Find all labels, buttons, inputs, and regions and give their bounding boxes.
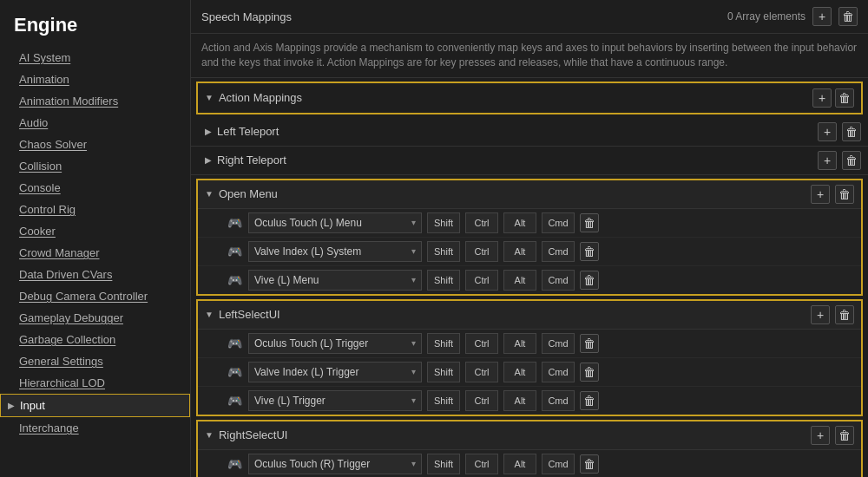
sidebar-item-garbage-collection[interactable]: Garbage Collection <box>0 329 190 350</box>
ctrl-btn-3[interactable]: Ctrl <box>465 333 498 354</box>
shift-btn-5[interactable]: Shift <box>427 390 460 411</box>
open-menu-item-0: 🎮 Oculus Touch (L) Menu ▾ Shift Ctrl Alt… <box>198 209 861 238</box>
open-menu-item-1: 🎮 Valve Index (L) System ▾ Shift Ctrl Al… <box>198 238 861 266</box>
alt-btn-2[interactable]: Alt <box>503 270 536 291</box>
left-teleport-add[interactable]: + <box>818 122 837 141</box>
oculus-touch-r-trigger-select[interactable]: Oculus Touch (R) Trigger ▾ <box>248 454 422 474</box>
valve-index-l-system-select[interactable]: Valve Index (L) System ▾ <box>248 241 422 262</box>
action-mappings-expand[interactable]: ▼ <box>205 93 214 102</box>
item-delete-0[interactable]: 🗑 <box>580 213 599 232</box>
sidebar-item-debug-camera-controller[interactable]: Debug Camera Controller <box>0 285 190 307</box>
alt-btn-3[interactable]: Alt <box>503 333 536 354</box>
vive-l-trigger-select[interactable]: Vive (L) Trigger ▾ <box>248 390 422 411</box>
sidebar-item-gameplay-debugger[interactable]: Gameplay Debugger <box>0 307 190 329</box>
vive-l-menu-select[interactable]: Vive (L) Menu ▾ <box>248 270 422 291</box>
speech-delete-button[interactable]: 🗑 <box>838 7 858 26</box>
left-select-ui-add[interactable]: + <box>811 305 830 324</box>
open-menu-header: ▼ Open Menu + 🗑 <box>198 180 861 209</box>
sidebar-item-collision[interactable]: Collision <box>0 155 190 177</box>
ctrl-btn-5[interactable]: Ctrl <box>465 390 498 411</box>
gamepad-icon-1: 🎮 <box>226 245 243 258</box>
cmd-btn-5[interactable]: Cmd <box>542 390 575 411</box>
shift-btn-2[interactable]: Shift <box>427 270 460 291</box>
sidebar-item-cooker[interactable]: Cooker <box>0 220 190 242</box>
ctrl-btn-1[interactable]: Ctrl <box>465 241 498 262</box>
action-mappings-delete-button[interactable]: 🗑 <box>835 88 854 108</box>
right-select-ui-add[interactable]: + <box>811 426 830 445</box>
sidebar-item-data-driven-cvars[interactable]: Data Driven CVars <box>0 264 190 285</box>
alt-btn-5[interactable]: Alt <box>503 390 536 411</box>
left-teleport-title: Left Teleport <box>217 125 812 138</box>
left-teleport-delete[interactable]: 🗑 <box>842 122 861 141</box>
sidebar-item-chaos-solver[interactable]: Chaos Solver <box>0 134 190 155</box>
sidebar-item-general-settings[interactable]: General Settings <box>0 350 190 372</box>
left-select-ui-item-2: 🎮 Vive (L) Trigger ▾ Shift Ctrl Alt Cmd … <box>198 387 861 415</box>
shift-btn-6[interactable]: Shift <box>427 454 460 474</box>
right-select-ui-delete[interactable]: 🗑 <box>835 426 854 445</box>
cmd-btn-6[interactable]: Cmd <box>542 454 575 474</box>
item-delete-1[interactable]: 🗑 <box>580 242 599 261</box>
cmd-btn-3[interactable]: Cmd <box>542 333 575 354</box>
sidebar-item-hierarchical-lod[interactable]: Hierarchical LOD <box>0 372 190 394</box>
ctrl-btn-6[interactable]: Ctrl <box>465 454 498 474</box>
item-delete-4[interactable]: 🗑 <box>580 363 599 382</box>
sidebar-item-control-rig[interactable]: Control Rig <box>0 199 190 220</box>
speech-add-button[interactable]: + <box>812 7 832 26</box>
gamepad-icon-3: 🎮 <box>226 337 243 350</box>
left-teleport-row: ▶ Left Teleport + 🗑 <box>191 118 868 147</box>
left-select-ui-title: LeftSelectUI <box>219 308 806 321</box>
valve-index-l-trigger-select[interactable]: Valve Index (L) Trigger ▾ <box>248 362 422 382</box>
oculus-touch-l-menu-select[interactable]: Oculus Touch (L) Menu ▾ <box>248 212 422 233</box>
open-menu-add[interactable]: + <box>811 185 830 204</box>
sidebar-item-ai-system[interactable]: AI System <box>0 47 190 69</box>
sidebar-item-crowd-manager[interactable]: Crowd Manager <box>0 242 190 264</box>
right-select-ui-item-0: 🎮 Oculus Touch (R) Trigger ▾ Shift Ctrl … <box>198 450 861 477</box>
right-teleport-add[interactable]: + <box>818 151 837 170</box>
cmd-btn-2[interactable]: Cmd <box>542 270 575 291</box>
item-delete-3[interactable]: 🗑 <box>580 334 599 353</box>
sidebar-item-animation-modifiers[interactable]: Animation Modifiers <box>0 90 190 112</box>
shift-btn-4[interactable]: Shift <box>427 362 460 382</box>
left-select-ui-expand[interactable]: ▼ <box>205 310 214 319</box>
description-text: Action and Axis Mappings provide a mecha… <box>191 34 868 78</box>
right-teleport-title: Right Teleport <box>217 154 812 167</box>
action-mappings-title: Action Mappings <box>219 91 807 104</box>
speech-array-count: 0 Array elements <box>727 10 806 23</box>
open-menu-expand[interactable]: ▼ <box>205 189 214 199</box>
shift-btn-1[interactable]: Shift <box>427 241 460 262</box>
gamepad-icon-2: 🎮 <box>226 273 243 287</box>
action-mappings-header: ▼ Action Mappings + 🗑 <box>196 82 863 114</box>
sidebar-item-audio[interactable]: Audio <box>0 112 190 134</box>
open-menu-group: ▼ Open Menu + 🗑 🎮 Oculus Touch (L) Menu … <box>196 179 863 296</box>
right-teleport-delete[interactable]: 🗑 <box>842 151 861 170</box>
right-select-ui-title: RightSelectUI <box>219 428 806 441</box>
ctrl-btn-0[interactable]: Ctrl <box>465 212 498 233</box>
cmd-btn-0[interactable]: Cmd <box>542 212 575 233</box>
alt-btn-1[interactable]: Alt <box>503 241 536 262</box>
item-delete-6[interactable]: 🗑 <box>580 454 599 474</box>
open-menu-title: Open Menu <box>219 187 806 200</box>
cmd-btn-1[interactable]: Cmd <box>542 241 575 262</box>
sidebar-item-input[interactable]: ▶Input <box>0 394 190 417</box>
ctrl-btn-2[interactable]: Ctrl <box>465 270 498 291</box>
oculus-touch-l-trigger-select[interactable]: Oculus Touch (L) Trigger ▾ <box>248 333 422 354</box>
left-select-ui-delete[interactable]: 🗑 <box>835 305 854 324</box>
cmd-btn-4[interactable]: Cmd <box>542 362 575 382</box>
left-teleport-expand[interactable]: ▶ <box>205 127 212 136</box>
shift-btn-3[interactable]: Shift <box>427 333 460 354</box>
right-select-ui-expand[interactable]: ▼ <box>205 430 214 440</box>
alt-btn-4[interactable]: Alt <box>503 362 536 382</box>
ctrl-btn-4[interactable]: Ctrl <box>465 362 498 382</box>
shift-btn-0[interactable]: Shift <box>427 212 460 233</box>
alt-btn-6[interactable]: Alt <box>503 454 536 474</box>
left-select-ui-header: ▼ LeftSelectUI + 🗑 <box>198 301 861 330</box>
open-menu-delete[interactable]: 🗑 <box>835 185 854 204</box>
action-mappings-add-button[interactable]: + <box>812 88 832 108</box>
sidebar-item-interchange[interactable]: Interchange <box>0 417 190 439</box>
sidebar-item-animation[interactable]: Animation <box>0 69 190 90</box>
item-delete-2[interactable]: 🗑 <box>580 271 599 290</box>
item-delete-5[interactable]: 🗑 <box>580 391 599 410</box>
sidebar-item-console[interactable]: Console <box>0 177 190 199</box>
right-teleport-expand[interactable]: ▶ <box>205 155 212 165</box>
alt-btn-0[interactable]: Alt <box>503 212 536 233</box>
